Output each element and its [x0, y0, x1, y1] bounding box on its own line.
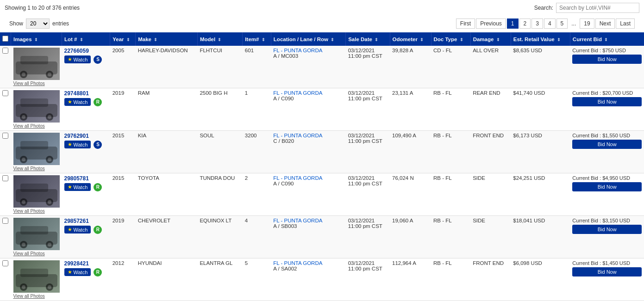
row-checkbox[interactable] — [2, 175, 8, 181]
row-checkbox[interactable] — [2, 133, 8, 139]
image-cell: View all Photos — [11, 216, 62, 258]
header-est-retail[interactable]: Est. Retail Value ⇕ — [511, 32, 570, 46]
lot-link[interactable]: 29857261 — [64, 218, 89, 224]
watch-button[interactable]: ★ Watch — [64, 183, 91, 191]
make-cell: HARLEY-DAVIDSON — [136, 46, 198, 88]
current-bid-cell: Current Bid : $20,700 USD Bid Now — [570, 88, 644, 131]
show-select[interactable]: 10 20 50 100 — [26, 18, 50, 29]
svg-rect-31 — [20, 269, 48, 277]
svg-point-35 — [48, 285, 51, 289]
view-all-photos-link[interactable]: View all Photos — [13, 123, 60, 129]
damage-cell: ALL OVER — [470, 46, 511, 88]
page-3-button[interactable]: 3 — [531, 18, 543, 29]
bid-now-button[interactable]: Bid Now — [572, 182, 642, 191]
item-cell: 2 — [243, 173, 271, 216]
location-link[interactable]: FL - PUNTA GORDA — [273, 133, 322, 138]
odometer-cell: 39,828 A — [390, 46, 431, 88]
header-location[interactable]: Location / Lane / Row ⇕ — [271, 32, 345, 46]
bid-now-button[interactable]: Bid Now — [572, 140, 642, 149]
car-image — [13, 218, 60, 250]
select-all-checkbox[interactable] — [2, 36, 8, 42]
page-19-button[interactable]: 19 — [580, 18, 594, 29]
header-odometer[interactable]: Odometer ⇕ — [390, 32, 431, 46]
bid-now-button[interactable]: Bid Now — [572, 225, 642, 234]
svg-rect-25 — [20, 226, 48, 234]
location-link[interactable]: FL - PUNTA GORDA — [273, 260, 322, 266]
row-checkbox[interactable] — [2, 260, 8, 266]
header-lot[interactable]: Lot # ⇕ — [62, 32, 110, 46]
header-item[interactable]: Item# ⇕ — [243, 32, 271, 46]
row-checkbox[interactable] — [2, 218, 8, 224]
bid-now-button[interactable]: Bid Now — [572, 267, 642, 276]
header-damage[interactable]: Damage ⇕ — [470, 32, 511, 46]
page-2-button[interactable]: 2 — [519, 18, 531, 29]
lot-link[interactable]: 29762901 — [64, 133, 89, 139]
view-all-photos-link[interactable]: View all Photos — [13, 81, 60, 86]
header-images[interactable]: Images ⇕ — [11, 32, 62, 46]
lane-row: A / SB003 — [273, 223, 297, 229]
current-bid-cell: Current Bid : $4,950 USD Bid Now — [570, 173, 644, 216]
location-link[interactable]: FL - PUNTA GORDA — [273, 175, 322, 181]
damage-cell: SIDE — [470, 216, 511, 258]
watch-button[interactable]: ★ Watch — [64, 141, 91, 148]
svg-point-22 — [22, 200, 25, 204]
badge: R — [94, 268, 102, 276]
doc-type-cell: RB - FL — [431, 88, 470, 131]
sale-date-cell: 03/12/202111:00 pm CST — [346, 46, 390, 88]
last-button[interactable]: Last — [616, 18, 635, 29]
view-all-photos-link[interactable]: View all Photos — [13, 251, 60, 256]
location-cell: FL - PUNTA GORDA A / C090 — [271, 88, 345, 131]
row-checkbox[interactable] — [2, 48, 8, 54]
image-cell: View all Photos — [11, 46, 62, 88]
first-button[interactable]: First — [456, 18, 475, 29]
header-year[interactable]: Year ⇕ — [110, 32, 136, 46]
badge: R — [94, 98, 102, 106]
table-row: View all Photos 29928421 ★ Watch R 2012 … — [0, 258, 644, 301]
view-all-photos-link[interactable]: View all Photos — [13, 166, 60, 171]
watch-label: Watch — [74, 99, 88, 105]
bid-now-button[interactable]: Bid Now — [572, 97, 642, 106]
lot-link[interactable]: 22766059 — [64, 48, 89, 54]
watch-button[interactable]: ★ Watch — [64, 268, 91, 276]
page-4-button[interactable]: 4 — [544, 18, 556, 29]
location-link[interactable]: FL - PUNTA GORDA — [273, 90, 322, 96]
odometer-cell: 19,060 A — [390, 216, 431, 258]
row-checkbox[interactable] — [2, 90, 8, 96]
header-doc-type[interactable]: Doc Type ⇕ — [431, 32, 470, 46]
image-cell: View all Photos — [11, 88, 62, 131]
search-input[interactable] — [556, 3, 639, 13]
car-silhouette — [13, 260, 60, 293]
top-controls: Show 10 20 50 100 entries First Previous… — [0, 16, 644, 32]
odometer-cell: 109,490 A — [390, 131, 431, 173]
watch-button[interactable]: ★ Watch — [64, 55, 91, 63]
page-1-button[interactable]: 1 — [507, 18, 519, 29]
header-sale-date[interactable]: Sale Date ⇕ — [346, 32, 390, 46]
doc-type-cell: CD - FL — [431, 46, 470, 88]
header-current-bid[interactable]: Current Bid ⇕ — [570, 32, 644, 46]
header-model[interactable]: Model ⇕ — [197, 32, 242, 46]
watch-button[interactable]: ★ Watch — [64, 226, 91, 233]
watch-button[interactable]: ★ Watch — [64, 98, 91, 106]
svg-point-17 — [48, 158, 51, 161]
model-cell: 2500 BIG H — [197, 88, 242, 131]
view-all-photos-link[interactable]: View all Photos — [13, 209, 60, 214]
table-row: View all Photos 29805781 ★ Watch R 2015 … — [0, 173, 644, 216]
view-all-photos-link[interactable]: View all Photos — [13, 294, 60, 299]
current-bid-label: Current Bid : $1,550 USD — [572, 133, 630, 138]
bid-now-button[interactable]: Bid Now — [572, 55, 642, 64]
header-make[interactable]: Make ⇕ — [136, 32, 198, 46]
lot-link[interactable]: 29805781 — [64, 175, 89, 182]
header-checkbox[interactable] — [0, 32, 11, 46]
current-bid-cell: Current Bid : $1,550 USD Bid Now — [570, 131, 644, 173]
car-image — [13, 260, 60, 293]
lot-link[interactable]: 29928421 — [64, 260, 89, 267]
lot-link[interactable]: 29748801 — [64, 90, 89, 97]
next-button[interactable]: Next — [595, 18, 615, 29]
svg-point-29 — [48, 243, 51, 246]
location-link[interactable]: FL - PUNTA GORDA — [273, 48, 322, 53]
page-5-button[interactable]: 5 — [556, 18, 568, 29]
location-link[interactable]: FL - PUNTA GORDA — [273, 218, 322, 223]
lot-cell: 29762901 ★ Watch S — [62, 131, 110, 173]
item-cell: 5 — [243, 258, 271, 301]
previous-button[interactable]: Previous — [476, 18, 506, 29]
